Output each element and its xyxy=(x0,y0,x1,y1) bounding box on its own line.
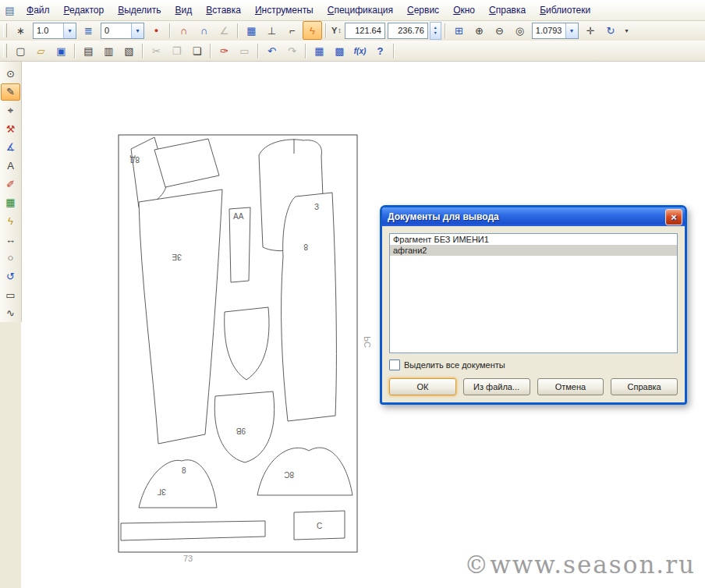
round-off-button[interactable]: ϟ xyxy=(303,21,322,40)
zoom-tool-button[interactable]: ⊙ xyxy=(1,65,20,83)
hammer-icon: ⚒ xyxy=(6,123,16,135)
print-preview-button[interactable]: ▥ xyxy=(99,41,119,60)
redo-button[interactable]: ↷ xyxy=(282,41,302,60)
x-coordinate-field[interactable]: 121.64 xyxy=(345,23,385,39)
spiral-icon: ↺ xyxy=(6,271,15,282)
menu-item-help[interactable]: Справка xyxy=(482,2,533,19)
copy-button[interactable]: ❐ xyxy=(167,41,186,60)
page-setup-button[interactable]: ▧ xyxy=(119,41,139,60)
pen-icon: ✐ xyxy=(6,179,15,190)
zoom-fit-button[interactable]: ◎ xyxy=(510,21,530,40)
output-documents-dialog: Документы для вывода × Фрагмент БЕЗ ИМЕН… xyxy=(380,205,687,405)
layer-combo[interactable]: 0 ▾ xyxy=(101,23,144,39)
toolbar-grip[interactable] xyxy=(3,23,7,37)
refresh-options-button[interactable]: ▾ xyxy=(622,21,632,40)
global-snap-button[interactable]: ∩ xyxy=(174,21,193,40)
pattern-piece xyxy=(282,193,337,421)
context-help-button[interactable]: ? xyxy=(370,41,390,60)
measure-tool-button[interactable]: ⌖ xyxy=(1,101,20,119)
open-button[interactable]: ▱ xyxy=(31,41,51,60)
pan-button[interactable]: ✛ xyxy=(581,21,600,40)
text-tool-button[interactable]: А xyxy=(1,157,20,175)
menu-item-service[interactable]: Сервис xyxy=(400,2,446,19)
build-tool-button[interactable]: ⚒ xyxy=(1,120,20,138)
from-file-button[interactable]: Из файла... xyxy=(463,378,530,395)
cut-button[interactable]: ✂ xyxy=(147,41,166,60)
chevron-down-icon[interactable]: ▾ xyxy=(565,23,578,38)
menu-item-libraries[interactable]: Библиотеки xyxy=(533,2,597,19)
paste-button[interactable]: ❏ xyxy=(187,41,207,60)
pattern-label: 8Д xyxy=(129,155,140,164)
document-window-icon[interactable]: ▤ xyxy=(3,4,16,17)
pattern-label: З xyxy=(314,203,319,211)
chevron-down-icon[interactable]: ▾ xyxy=(63,23,76,38)
local-snap-button[interactable]: ∩ xyxy=(194,21,214,40)
angle-snap-button[interactable]: ∠ xyxy=(214,21,234,40)
menu-item-file[interactable]: Файл xyxy=(19,2,57,19)
coordinate-spinner[interactable]: ▴ ▾ xyxy=(430,22,441,40)
page-setup-icon: ▧ xyxy=(124,45,133,57)
points-icon: ∗ xyxy=(16,25,25,37)
table-tool-button[interactable]: ▦ xyxy=(1,193,20,211)
help-button[interactable]: Справка xyxy=(611,378,678,395)
flash-tool-button[interactable]: ϟ xyxy=(1,212,20,230)
y-coordinate-field[interactable]: 236.76 xyxy=(388,23,428,39)
new-document-button[interactable]: ▢ xyxy=(11,41,30,60)
flash-icon: ϟ xyxy=(8,215,13,227)
menu-item-specification[interactable]: Спецификация xyxy=(321,2,400,19)
refresh-view-button[interactable]: ↻ xyxy=(601,21,621,40)
toolbar-grip[interactable] xyxy=(3,44,7,58)
format-brush-button[interactable]: ✑ xyxy=(214,41,234,60)
close-button[interactable]: × xyxy=(665,209,682,225)
menu-item-editor[interactable]: Редактор xyxy=(57,2,112,19)
menu-item-tools[interactable]: Инструменты xyxy=(248,2,321,19)
edit-tool-button[interactable]: ✎ xyxy=(1,83,20,101)
select-all-checkbox[interactable] xyxy=(389,360,400,370)
menu-bar: ▤ Файл Редактор Выделить Вид Вставка Инс… xyxy=(0,0,705,21)
layer-color-button[interactable]: ● xyxy=(147,21,166,40)
circle-tool-button[interactable]: ○ xyxy=(1,249,20,267)
menu-item-select[interactable]: Выделить xyxy=(111,2,168,19)
angle-tool-button[interactable]: ∡ xyxy=(1,139,20,157)
cancel-button[interactable]: Отмена xyxy=(537,378,604,395)
zoom-in-button[interactable]: ⊕ xyxy=(469,21,489,40)
spin-down-icon[interactable]: ▾ xyxy=(434,30,437,36)
draw-tool-button[interactable]: ✐ xyxy=(1,175,20,193)
spin-up-icon[interactable]: ▴ xyxy=(434,25,437,30)
list-item-selected[interactable]: афгани2 xyxy=(390,245,677,256)
updown-icon: ↕ xyxy=(338,27,342,34)
spreadsheet-button[interactable]: ▦ xyxy=(310,41,329,60)
local-axes-button[interactable]: ⊥ xyxy=(262,21,282,40)
layers-button[interactable]: ≣ xyxy=(79,21,98,40)
rect-tool-button[interactable]: ▭ xyxy=(1,286,20,304)
dialog-title: Документы для вывода xyxy=(388,211,499,222)
print-button[interactable]: ▤ xyxy=(79,41,98,60)
menu-item-window[interactable]: Окно xyxy=(446,2,482,19)
list-item[interactable]: Фрагмент БЕЗ ИМЕНИ1 xyxy=(390,234,677,245)
chevron-down-icon[interactable]: ▾ xyxy=(131,23,143,38)
separator xyxy=(257,44,259,58)
save-button[interactable]: ▣ xyxy=(51,41,71,60)
dialog-buttons: ОК Из файла... Отмена Справка xyxy=(389,378,678,395)
menu-item-insert[interactable]: Вставка xyxy=(199,2,248,19)
menu-item-view[interactable]: Вид xyxy=(168,2,200,19)
y-letter: Y xyxy=(331,26,337,35)
undo-button[interactable]: ↶ xyxy=(262,41,282,60)
documents-list[interactable]: Фрагмент БЕЗ ИМЕНИ1 афгани2 xyxy=(389,233,678,353)
wave-tool-button[interactable]: ∿ xyxy=(1,304,20,322)
zoom-window-button[interactable]: ⊞ xyxy=(449,21,469,40)
point-style-button[interactable]: ∗ xyxy=(11,21,30,40)
variables-button[interactable]: f(x) xyxy=(350,41,370,60)
dialog-titlebar[interactable]: Документы для вывода × xyxy=(382,207,685,226)
dimension-tool-button[interactable]: ↔ xyxy=(1,231,20,249)
layers-icon: ≣ xyxy=(84,25,93,37)
ortho-button[interactable]: ⌐ xyxy=(282,21,302,40)
ruler-button[interactable]: ▭ xyxy=(235,41,254,60)
macro-button[interactable]: ▩ xyxy=(330,41,349,60)
grid-button[interactable]: ▦ xyxy=(242,21,261,40)
spiral-tool-button[interactable]: ↺ xyxy=(1,267,20,285)
line-width-combo[interactable]: 1.0 ▾ xyxy=(33,23,76,39)
zoom-out-button[interactable]: ⊖ xyxy=(490,21,509,40)
ok-button[interactable]: ОК xyxy=(389,378,456,395)
zoom-scale-combo[interactable]: 1.0793 ▾ xyxy=(532,23,579,39)
